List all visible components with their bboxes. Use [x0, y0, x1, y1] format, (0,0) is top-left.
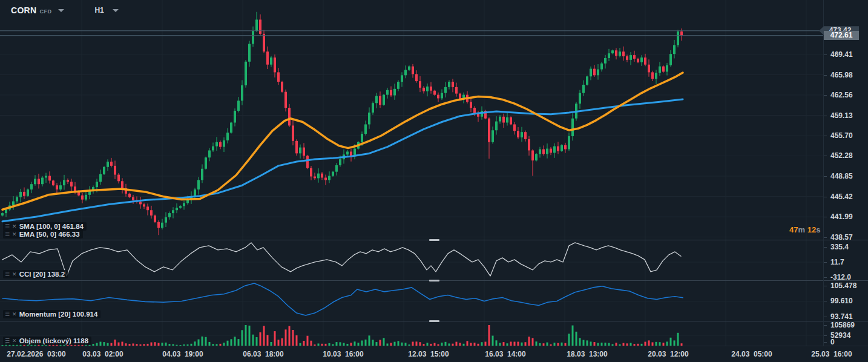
cci-axis-label: 335.4	[830, 243, 849, 251]
pane-resize-handle[interactable]	[429, 239, 439, 241]
axis-tick	[824, 317, 827, 317]
time-axis-label: 03.03 02:00	[82, 350, 123, 358]
legend-volume[interactable]: ☰ ✕ Objem (tickový) 1188	[3, 337, 91, 345]
close-icon[interactable]: ✕	[12, 311, 17, 317]
settings-icon[interactable]: ☰	[5, 271, 10, 277]
volume-axis-label: 0	[830, 338, 835, 346]
momentum-axis-label: 93.741	[830, 312, 853, 321]
volume-axis-label: 105869	[830, 321, 855, 329]
legend-sma-text: SMA [100, 0] 461.84	[19, 223, 84, 230]
axis-tick	[824, 217, 827, 217]
countdown-seconds: 12	[807, 225, 816, 234]
chevron-down-icon	[113, 9, 119, 12]
price-axis-label: 448.85	[830, 172, 853, 180]
timeframe-selector[interactable]: H1	[94, 6, 118, 15]
legend-sma[interactable]: ☰ ✕ SMA [100, 0] 461.84	[3, 222, 87, 231]
price-axis-label: 469.41	[830, 50, 853, 59]
price-axis[interactable]: 469.41465.98462.56459.13455.70452.28448.…	[823, 0, 868, 346]
time-axis[interactable]: 27.02.2026 03:0003.03 02:0004.03 19:0006…	[0, 346, 868, 362]
time-axis-label: 10.03 16:00	[323, 350, 363, 358]
pane-resize-handle[interactable]	[429, 320, 439, 322]
legend-cci[interactable]: ☰ ✕ CCI [20] 138.2	[3, 270, 68, 278]
close-icon[interactable]: ✕	[12, 223, 17, 229]
countdown-minutes-unit: m	[798, 225, 805, 234]
time-axis-label: 16.03 14:00	[485, 350, 525, 358]
symbol-name: CORN	[11, 5, 36, 15]
price-axis-label: 462.56	[830, 91, 853, 99]
axis-tick	[824, 95, 827, 96]
axis-tick	[824, 197, 827, 197]
countdown-seconds-unit: s	[816, 225, 820, 234]
price-axis-label: 438.57	[830, 233, 853, 242]
countdown-minutes: 47	[789, 225, 798, 234]
close-icon[interactable]: ✕	[12, 271, 17, 277]
settings-icon[interactable]: ☰	[5, 223, 10, 229]
time-axis-label: 12.03 15:00	[408, 350, 449, 358]
price-axis-label: 441.99	[830, 212, 853, 221]
axis-tick	[824, 301, 827, 301]
axis-tick	[824, 247, 827, 248]
bar-countdown-timer: 47m 12s	[789, 225, 820, 234]
last-price-tag: 472.61	[824, 31, 859, 40]
legend-ema[interactable]: ☰ ✕ EMA [50, 0] 466.33	[3, 230, 83, 239]
axis-tick	[824, 237, 827, 238]
axis-tick	[824, 54, 827, 55]
price-axis-label: 459.13	[830, 111, 853, 120]
price-axis-label: 455.70	[830, 131, 853, 140]
legend-cci-text: CCI [20] 138.2	[19, 271, 65, 278]
cci-axis-label: -312.0	[830, 273, 851, 281]
time-axis-label: 18.03 13:00	[567, 350, 607, 358]
axis-tick	[824, 75, 827, 76]
chart-canvas[interactable]	[0, 0, 868, 362]
axis-tick	[824, 335, 827, 336]
axis-tick	[824, 286, 827, 286]
time-axis-label: 24.03 05:00	[731, 350, 772, 358]
axis-tick	[824, 325, 827, 326]
chart-header: CORN CFD H1	[0, 0, 119, 21]
settings-icon[interactable]: ☰	[5, 231, 10, 237]
chevron-down-icon	[58, 9, 64, 12]
settings-icon[interactable]: ☰	[5, 311, 10, 317]
axis-tick	[824, 116, 827, 116]
axis-tick	[824, 176, 827, 177]
legend-momentum[interactable]: ☰ ✕ Momentum [20] 100.914	[3, 310, 100, 318]
axis-tick	[824, 342, 827, 343]
time-axis-label: 04.03 19:00	[162, 350, 203, 358]
price-axis-label: 445.42	[830, 193, 853, 201]
timeframe-label: H1	[94, 6, 104, 15]
settings-icon[interactable]: ☰	[5, 338, 10, 344]
momentum-axis-label: 105.478	[830, 281, 856, 290]
close-icon[interactable]: ✕	[12, 338, 17, 344]
pane-resize-handle[interactable]	[429, 280, 439, 281]
time-axis-label: 25.03 16:00	[811, 350, 852, 358]
symbol-selector[interactable]: CORN CFD	[11, 5, 64, 15]
axis-tick	[824, 156, 827, 156]
axis-tick	[824, 262, 827, 263]
time-axis-label: 27.02.2026 03:00	[7, 350, 65, 358]
legend-momentum-text: Momentum [20] 100.914	[19, 311, 98, 318]
instrument-type-badge: CFD	[39, 8, 51, 15]
legend-volume-text: Objem (tickový) 1188	[19, 337, 88, 344]
axis-tick	[824, 136, 827, 136]
price-axis-label: 465.98	[830, 71, 853, 79]
price-axis-label: 452.28	[830, 151, 853, 160]
cci-axis-label: 11.7	[830, 258, 844, 266]
momentum-axis-label: 99.610	[830, 297, 853, 305]
axis-tick	[824, 277, 827, 278]
time-axis-label: 20.03 12:00	[648, 350, 688, 358]
legend-ema-text: EMA [50, 0] 466.33	[19, 231, 80, 238]
close-icon[interactable]: ✕	[12, 231, 17, 237]
time-axis-label: 06.03 18:00	[243, 350, 283, 358]
trading-chart-window: CORN CFD H1 ☰ ✕ SMA [100, 0] 461.84 ☰ ✕ …	[0, 0, 868, 362]
